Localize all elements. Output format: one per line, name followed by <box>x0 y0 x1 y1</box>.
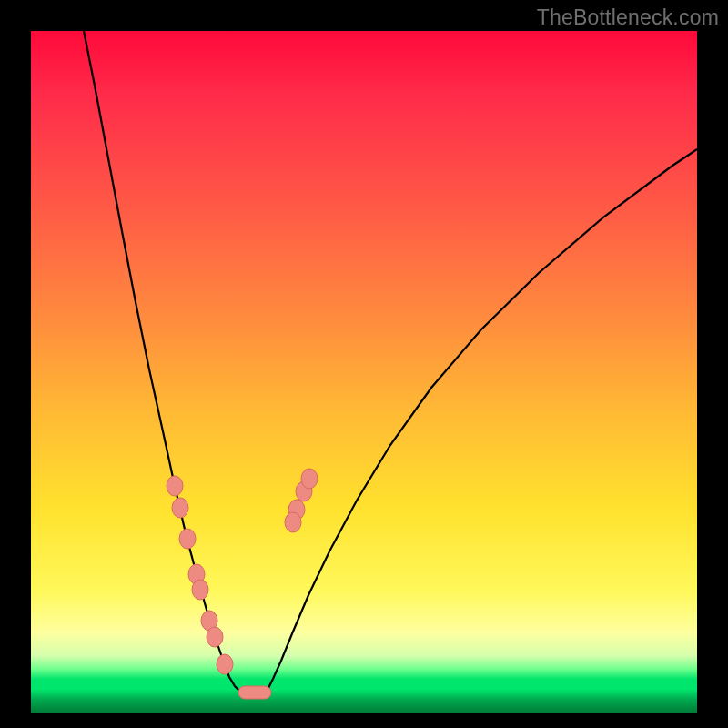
data-marker <box>172 498 188 518</box>
valley-pill-marker <box>238 686 271 699</box>
data-marker <box>217 654 233 674</box>
data-marker <box>301 469 318 489</box>
left-curve <box>84 31 238 690</box>
markers-right <box>285 469 318 532</box>
plot-area <box>31 31 697 713</box>
data-marker <box>192 580 208 600</box>
data-marker <box>167 476 183 496</box>
data-marker <box>207 627 223 647</box>
markers-left <box>167 476 233 674</box>
curves-svg <box>31 31 697 713</box>
watermark-text: TheBottleneck.com <box>537 5 719 30</box>
right-curve <box>268 149 697 690</box>
chart-frame: TheBottleneck.com <box>0 0 728 728</box>
data-marker <box>285 512 301 532</box>
data-marker <box>179 529 196 549</box>
